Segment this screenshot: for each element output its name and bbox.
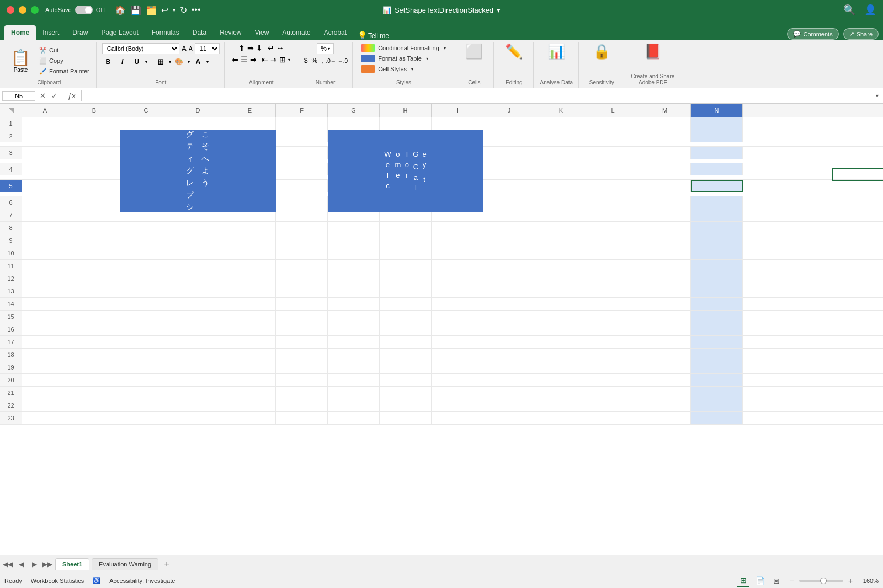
tab-formulas[interactable]: Formulas: [145, 25, 186, 40]
cell-f1[interactable]: [276, 117, 328, 130]
font-color-dropdown[interactable]: ▾: [206, 60, 209, 65]
cell-b5[interactable]: [68, 180, 120, 192]
percent-button[interactable]: %: [310, 56, 318, 66]
search-icon[interactable]: 🔍: [843, 4, 855, 16]
row-header-23[interactable]: 23: [0, 412, 22, 424]
tab-page-layout[interactable]: Page Layout: [94, 25, 145, 40]
fill-color-button[interactable]: 🎨: [173, 56, 185, 68]
cell-e1[interactable]: [224, 117, 276, 130]
formula-dropdown[interactable]: ▾: [874, 93, 881, 99]
borders-dropdown[interactable]: ▾: [169, 60, 171, 65]
save-icon[interactable]: 💾: [130, 5, 141, 15]
row-header-17[interactable]: 17: [0, 336, 22, 348]
page-break-view-button[interactable]: ⊠: [770, 575, 783, 587]
row-header-3[interactable]: 3: [0, 147, 22, 159]
cell-m2[interactable]: [639, 130, 691, 142]
sheet-tab-1[interactable]: Sheet1: [55, 558, 89, 570]
col-header-h[interactable]: H: [380, 104, 432, 117]
tab-view[interactable]: View: [248, 25, 276, 40]
tab-draw[interactable]: Draw: [66, 25, 94, 40]
align-middle-icon[interactable]: ➡: [247, 44, 254, 52]
cell-l5[interactable]: [587, 180, 639, 192]
cancel-formula-button[interactable]: ✕: [38, 90, 48, 101]
borders-button[interactable]: ⊞: [155, 56, 167, 68]
cell-f5[interactable]: [276, 180, 328, 192]
cell-styles-button[interactable]: Cell Styles ▾: [358, 64, 417, 74]
row-header-22[interactable]: 22: [0, 399, 22, 411]
italic-button[interactable]: I: [116, 56, 129, 68]
col-header-d[interactable]: D: [172, 104, 224, 117]
page-layout-view-button[interactable]: 📄: [754, 575, 766, 587]
formula-input[interactable]: [84, 91, 871, 101]
row-header-7[interactable]: 7: [0, 209, 22, 221]
col-header-a[interactable]: A: [22, 104, 68, 117]
font-size-select[interactable]: 11: [195, 43, 220, 54]
function-button[interactable]: ƒx: [65, 90, 79, 101]
cell-b2[interactable]: [68, 130, 120, 142]
row-header-19[interactable]: 19: [0, 361, 22, 373]
col-header-k[interactable]: K: [535, 104, 587, 117]
align-right-icon[interactable]: ➡: [250, 55, 257, 64]
cell-l1[interactable]: [587, 117, 639, 130]
cell-i1[interactable]: [432, 117, 483, 130]
row-header-21[interactable]: 21: [0, 387, 22, 399]
comments-button[interactable]: 💬 Comments: [787, 28, 838, 40]
tab-home[interactable]: Home: [4, 25, 36, 40]
sheet-tab-2[interactable]: Evaluation Warning: [92, 558, 158, 570]
cell-j1[interactable]: [483, 117, 535, 130]
cut-button[interactable]: ✂️ Cut: [37, 46, 92, 55]
sheet-nav-prev[interactable]: ◀: [15, 559, 26, 570]
text-direction-icon[interactable]: ↔: [276, 44, 284, 52]
cell-b1[interactable]: [68, 117, 120, 130]
cell-m3[interactable]: [639, 147, 691, 159]
confirm-formula-button[interactable]: ✓: [49, 90, 60, 101]
font-size-down-icon[interactable]: A: [189, 46, 193, 52]
tell-me-label[interactable]: Tell me: [368, 32, 389, 40]
decimal-decrease-button[interactable]: ←.0: [338, 58, 348, 64]
profile-icon[interactable]: 👤: [864, 4, 876, 16]
minimize-button[interactable]: [19, 6, 26, 14]
accessibility-label[interactable]: Accessibility: Investigate: [109, 578, 175, 584]
zoom-level[interactable]: 160%: [858, 578, 879, 584]
align-top-icon[interactable]: ⬆: [238, 44, 245, 52]
cell-a4[interactable]: [22, 163, 68, 175]
sheet-nav-first[interactable]: ◀◀: [2, 559, 13, 570]
col-header-l[interactable]: L: [587, 104, 639, 117]
close-button[interactable]: [7, 6, 14, 14]
col-header-n[interactable]: N: [691, 104, 743, 117]
shape-english-text[interactable]: W e l c o m e T o r: [328, 130, 483, 212]
decimal-increase-button[interactable]: .0→: [326, 58, 336, 64]
tab-acrobat[interactable]: Acrobat: [317, 25, 353, 40]
cell-l2[interactable]: [587, 130, 639, 142]
cell-n5[interactable]: [691, 180, 743, 192]
fat-dropdown[interactable]: ▾: [426, 56, 428, 61]
col-header-m[interactable]: M: [639, 104, 691, 117]
cell-m1[interactable]: [639, 117, 691, 130]
sheet-nav-next[interactable]: ▶: [29, 559, 40, 570]
row-header-1[interactable]: 1: [0, 117, 22, 130]
font-size-up-icon[interactable]: A: [182, 44, 187, 53]
row-header-18[interactable]: 18: [0, 349, 22, 361]
tab-data[interactable]: Data: [186, 25, 213, 40]
col-header-j[interactable]: J: [483, 104, 535, 117]
grid-container[interactable]: 1 2: [0, 117, 883, 555]
zoom-out-button[interactable]: −: [787, 576, 797, 586]
row-header-12[interactable]: 12: [0, 272, 22, 285]
merge-center-icon[interactable]: ⊞: [279, 55, 286, 64]
title-dropdown[interactable]: ▾: [497, 6, 501, 14]
cell-l3[interactable]: [587, 147, 639, 159]
copy-button[interactable]: ⬜ Copy: [37, 56, 92, 66]
cell-a2[interactable]: [22, 130, 68, 142]
sheet-nav-last[interactable]: ▶▶: [42, 559, 53, 570]
row-header-11[interactable]: 11: [0, 260, 22, 272]
indent-increase-icon[interactable]: ⇥: [270, 55, 277, 64]
row-header-2[interactable]: 2: [0, 130, 22, 142]
undo-dropdown-icon[interactable]: ▾: [173, 7, 175, 13]
row-header-5[interactable]: 5: [0, 180, 22, 192]
home-icon[interactable]: 🏠: [115, 5, 126, 15]
cell-l4[interactable]: [587, 163, 639, 175]
cell-k2[interactable]: [535, 130, 587, 142]
cell-b4[interactable]: [68, 163, 120, 175]
number-format-dropdown[interactable]: ▾: [328, 46, 330, 51]
cell-k4[interactable]: [535, 163, 587, 175]
